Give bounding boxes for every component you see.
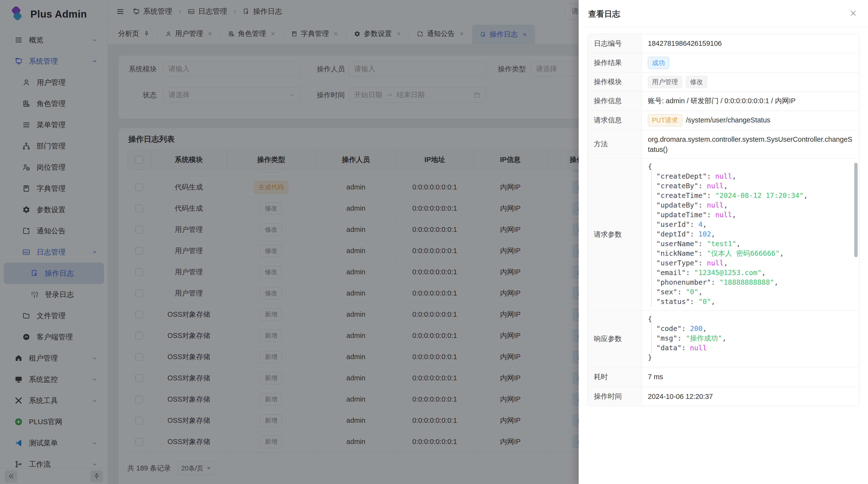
modal-overlay[interactable]: [0, 0, 579, 484]
view-log-drawer: 查看日志 日志编号 1842781986426159106 操作结果 成功 操作…: [579, 0, 868, 484]
drawer-title: 查看日志: [588, 9, 620, 20]
detail-row-request: 请求信息 PUT请求 /system/user/changeStatus: [588, 110, 859, 130]
response-json: { "code": 200, "msg": "操作成功", "data": nu…: [642, 311, 859, 367]
module-tag: 修改: [686, 76, 707, 88]
operation-info-value: 账号: admin / 研发部门 / 0:0:0:0:0:0:0:1 / 内网I…: [642, 91, 859, 110]
detail-row-request-params: 请求参数 { "createDept": null, "createBy": n…: [588, 158, 859, 311]
detail-row-log-id: 日志编号 1842781986426159106: [588, 34, 859, 53]
detail-row-result: 操作结果 成功: [588, 53, 859, 72]
module-tags: 用户管理修改: [642, 72, 859, 91]
log-detail-table: 日志编号 1842781986426159106 操作结果 成功 操作模块 用户…: [587, 34, 859, 407]
request-params-json: { "createDept": null, "createBy": null, …: [642, 158, 859, 311]
module-tag: 用户管理: [648, 76, 682, 88]
log-id-value: 1842781986426159106: [642, 34, 859, 53]
operation-time-value: 2024-10-06 12:20:37: [642, 387, 859, 406]
request-method-tag: PUT请求: [648, 114, 682, 126]
detail-row-duration: 耗时 7 ms: [588, 367, 859, 387]
detail-row-response: 响应参数 { "code": 200, "msg": "操作成功", "data…: [588, 311, 859, 367]
result-tag: 成功: [648, 57, 669, 69]
drawer-header: 查看日志: [579, 0, 868, 27]
scrollbar-thumb[interactable]: [854, 163, 858, 257]
detail-row-module: 操作模块 用户管理修改: [588, 72, 859, 91]
detail-row-time: 操作时间 2024-10-06 12:20:37: [588, 387, 859, 406]
method-value: org.dromara.system.controller.system.Sys…: [642, 130, 859, 158]
request-url: /system/user/changeStatus: [686, 116, 770, 124]
detail-row-method: 方法 org.dromara.system.controller.system.…: [588, 130, 859, 158]
detail-row-info: 操作信息 账号: admin / 研发部门 / 0:0:0:0:0:0:0:1 …: [588, 91, 859, 110]
close-icon[interactable]: [849, 9, 858, 18]
duration-value: 7 ms: [642, 367, 859, 387]
